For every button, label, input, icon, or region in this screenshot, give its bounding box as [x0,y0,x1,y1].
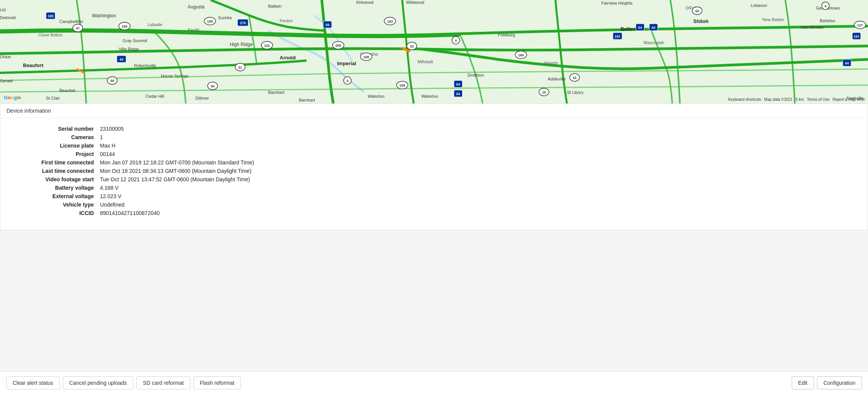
info-row: ICCID89014104271100872040 [16,210,852,216]
svg-text:Lebanon: Lebanon [751,3,767,8]
svg-text:Hill: Hill [0,8,6,12]
map-area: Campbellton Washington Clover Bottom Gra… [0,0,868,103]
info-row: Battery voltage4.168 V [16,185,852,191]
svg-text:161: 161 [614,34,620,38]
svg-text:New Baden: New Baden [762,17,784,22]
info-label: Project [16,151,100,157]
svg-text:141: 141 [264,44,270,48]
svg-text:Augusta: Augusta [188,4,205,10]
svg-text:Gray Summit: Gray Summit [123,38,147,43]
svg-text:Smithton: Smithton [467,73,484,77]
sd-card-reformat-button[interactable]: SD card reformat [136,376,190,389]
svg-text:Campbellton: Campbellton [59,19,83,24]
clear-alert-status-button[interactable]: Clear alert status [6,376,60,389]
device-info-section: Device information Serial number23100005… [0,103,868,230]
edit-button[interactable]: Edit [792,376,814,389]
info-label: Last time connected [16,168,100,174]
info-value: Max H [100,143,115,149]
svg-text:Mascoutah: Mascoutah [644,40,664,45]
svg-text:161: 161 [853,34,859,38]
terms-of-use-link[interactable]: Terms of Use [807,97,830,102]
svg-text:163: 163 [387,20,393,23]
info-row: Serial number23100005 [16,126,852,132]
svg-text:Imperial: Imperial [337,61,356,66]
info-value: Mon Oct 18 2021 08:34:13 GMT-0600 (Mount… [100,168,251,174]
svg-text:Ballwin: Ballwin [268,4,282,8]
svg-text:30: 30 [211,84,215,88]
info-label: First time connected [16,159,100,166]
info-value: Tue Oct 12 2021 13:47:52 GMT-0600 (Mount… [100,176,250,182]
info-label: ICCID [16,210,100,216]
google-logo: Google [4,95,21,100]
map-attribution: Keyboard shortcuts Map data ©2021 5 km T… [728,97,865,102]
svg-text:Barnhart: Barnhart [299,98,315,102]
footer-bar: Clear alert statusCancel pending uploads… [0,371,868,394]
svg-text:Eureka: Eureka [218,15,232,20]
report-error-link[interactable]: Report a map error [833,97,865,102]
info-value: 1 [100,134,103,140]
svg-text:Freeburg: Freeburg [498,33,515,37]
svg-text:Millstadt: Millstadt [418,59,433,64]
svg-text:185: 185 [47,14,53,18]
keyboard-shortcuts-link[interactable]: Keyboard shortcuts [728,97,761,102]
svg-text:158: 158 [363,55,369,59]
svg-text:4: 4 [824,4,826,8]
svg-text:Wildwood: Wildwood [406,0,424,5]
svg-text:100: 100 [121,25,127,28]
info-row: License plateMax H [16,143,852,149]
svg-text:55: 55 [326,23,329,27]
svg-text:109: 109 [207,20,213,23]
svg-text:Washington: Washington [92,13,116,18]
info-label: Serial number [16,126,100,132]
info-row: Video footage startTue Oct 12 2021 13:47… [16,176,852,182]
svg-text:Barnhart: Barnhart [268,90,284,95]
svg-text:255: 255 [335,44,341,48]
flash-reformat-button[interactable]: Flash reformat [193,376,241,389]
info-value: Mon Jan 07 2019 12:18:22 GMT-0700 (Mount… [100,159,254,166]
device-info-header: Device information [0,104,868,118]
svg-text:64: 64 [456,92,460,96]
svg-text:15: 15 [542,90,546,94]
cancel-pending-uploads-button[interactable]: Cancel pending uploads [63,376,133,389]
info-value: 23100005 [100,126,124,132]
info-label: License plate [16,143,100,149]
map-data-label: Map data ©2021 [764,97,793,102]
svg-text:High Ridge: High Ridge [230,42,253,47]
svg-text:Labadie: Labadie [147,22,162,27]
svg-text:Fairview Heights: Fairview Heights [601,1,633,5]
footer-right-buttons: EditConfiguration [792,376,862,389]
svg-text:Shiloh: Shiloh [693,18,709,24]
svg-text:15: 15 [410,44,414,48]
svg-text:3: 3 [346,79,348,83]
svg-text:21: 21 [238,66,242,69]
info-label: External voltage [16,193,100,199]
svg-text:Detmold: Detmold [0,15,16,20]
svg-text:Bartelso: Bartelso [820,18,835,23]
svg-text:15: 15 [573,76,576,80]
svg-text:Union: Union [0,54,11,59]
info-row: Last time connectedMon Oct 18 2021 08:34… [16,168,852,174]
info-label: Video footage start [16,176,100,182]
svg-text:Dittmer: Dittmer [195,96,209,100]
info-label: Cameras [16,134,100,140]
svg-text:44: 44 [120,57,123,61]
svg-text:127: 127 [857,23,863,27]
svg-text:Beaufort: Beaufort [59,88,75,93]
svg-text:270: 270 [240,21,246,25]
svg-text:Gerald: Gerald [0,79,13,83]
map-scale: 5 km [796,97,804,102]
svg-text:47: 47 [76,26,80,30]
svg-text:4: 4 [455,39,457,43]
svg-text:St Libory: St Libory [567,90,584,95]
svg-text:Waterloo: Waterloo [421,94,438,98]
svg-text:House Springs: House Springs [161,74,189,78]
info-label: Vehicle type [16,202,100,208]
svg-text:New Minden: New Minden [801,25,824,30]
svg-text:50: 50 [110,79,114,83]
footer-left-buttons: Clear alert statusCancel pending uploads… [6,376,241,389]
svg-text:64: 64 [652,26,655,30]
svg-text:159: 159 [399,84,405,87]
configuration-button[interactable]: Configuration [817,376,862,389]
info-value: 4.168 V [100,185,118,191]
info-label: Battery voltage [16,185,100,191]
